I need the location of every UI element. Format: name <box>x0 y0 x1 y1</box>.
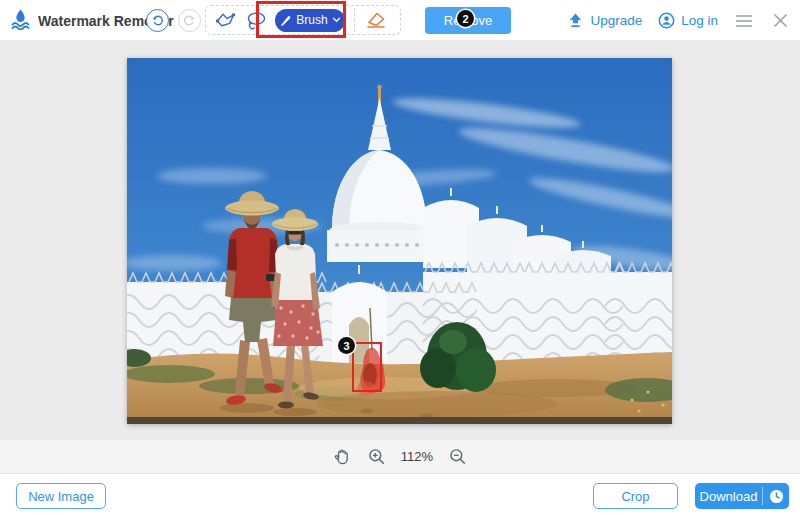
download-label: Download <box>695 489 762 504</box>
step-badge-2: 2 <box>457 10 474 27</box>
hamburger-menu-icon <box>735 14 753 28</box>
zoom-out-button[interactable] <box>448 447 467 466</box>
footer-bar: New Image Crop Download <box>0 473 800 516</box>
magnifier-minus-icon <box>449 448 466 465</box>
zoom-in-button[interactable] <box>367 447 386 466</box>
redo-icon <box>183 14 196 27</box>
eraser-tool[interactable] <box>364 8 388 32</box>
hand-pan-icon <box>334 448 350 465</box>
selection-tool-group: 2 Brush <box>205 5 401 35</box>
zoom-level-value: 112% <box>401 449 433 464</box>
download-button[interactable]: Download <box>695 483 789 509</box>
app-logo-icon <box>10 8 31 34</box>
redo-button[interactable] <box>178 9 201 32</box>
upgrade-link[interactable]: Upgrade <box>567 12 642 29</box>
eraser-icon <box>365 10 387 30</box>
upgrade-label: Upgrade <box>590 13 642 28</box>
chevron-down-icon <box>332 17 341 23</box>
photo-canvas[interactable] <box>127 58 672 424</box>
history-buttons <box>146 0 201 41</box>
brush-label: Brush <box>296 13 327 27</box>
pan-hand-button[interactable] <box>333 447 352 466</box>
magnifier-plus-icon <box>368 448 385 465</box>
brush-icon <box>279 14 292 27</box>
lasso-icon <box>245 11 267 30</box>
polygon-lasso-icon <box>215 11 236 30</box>
login-label: Log in <box>681 13 718 28</box>
watermark-remover-window: Watermark Remover <box>0 0 800 516</box>
pagoda-photo <box>127 58 672 424</box>
header-right-links: Upgrade Log in <box>567 0 790 41</box>
zoom-toolbar: 112% <box>0 440 800 473</box>
login-user-icon <box>658 12 675 29</box>
new-image-button[interactable]: New Image <box>16 483 106 509</box>
undo-button[interactable] <box>146 9 169 32</box>
lasso-tool[interactable] <box>244 8 268 32</box>
login-link[interactable]: Log in <box>658 12 718 29</box>
brush-tool-button[interactable]: Brush <box>275 9 345 32</box>
step-badge-3: 3 <box>338 337 355 354</box>
close-button[interactable] <box>770 11 790 31</box>
download-history-button[interactable] <box>763 489 789 504</box>
clock-icon <box>769 489 784 504</box>
menu-button[interactable] <box>734 11 754 31</box>
polygon-lasso-tool[interactable] <box>213 8 237 32</box>
header-toolbar: Watermark Remover <box>0 0 800 41</box>
toolgroup-divider <box>354 8 355 32</box>
upgrade-icon <box>567 12 584 29</box>
crop-button[interactable]: Crop <box>593 483 678 509</box>
close-icon <box>773 13 788 28</box>
editor-canvas-area: 3 <box>0 41 800 440</box>
undo-icon <box>151 14 164 27</box>
